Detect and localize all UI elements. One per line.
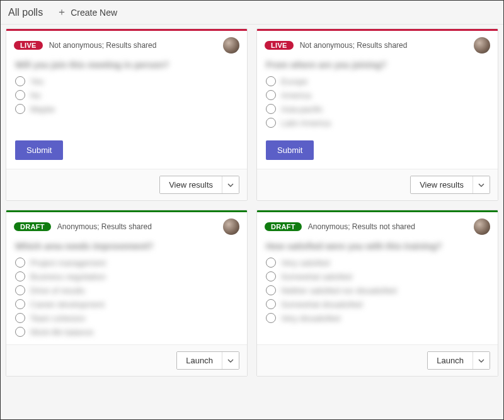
radio-icon[interactable] [15, 76, 25, 86]
poll-option[interactable]: Europe [266, 76, 489, 86]
poll-option[interactable]: No [15, 90, 238, 100]
footer-dropdown-button[interactable] [222, 176, 239, 193]
option-label: Yes [30, 77, 43, 86]
submit-button[interactable]: Submit [15, 140, 63, 160]
poll-options: YesNoMaybe [15, 76, 238, 114]
radio-icon[interactable] [15, 258, 25, 268]
card-footer: View results [6, 169, 247, 200]
radio-icon[interactable] [266, 285, 276, 295]
option-label: No [30, 91, 41, 100]
plus-icon: ＋ [57, 6, 67, 19]
poll-option[interactable]: Asia-pacific [266, 104, 489, 114]
launch-button[interactable]: Launch [177, 352, 222, 369]
option-label: Maybe [30, 105, 55, 114]
poll-meta-text: Not anonymous; Results shared [49, 41, 157, 50]
option-label: America [281, 91, 311, 100]
radio-icon[interactable] [266, 76, 276, 86]
poll-option[interactable]: Maybe [15, 104, 238, 114]
chevron-down-icon [478, 358, 484, 364]
create-new-button[interactable]: ＋ Create New [54, 4, 120, 20]
card-status-row: DRAFT Anonymous; Results shared [6, 212, 247, 237]
create-new-label: Create New [71, 8, 117, 18]
poll-card: LIVE Not anonymous; Results shared Will … [6, 28, 248, 201]
option-label: Work-life balance [30, 327, 93, 337]
card-body: From where are you joining? EuropeAmeric… [257, 56, 498, 135]
radio-icon[interactable] [15, 104, 25, 114]
submit-row: Submit [257, 135, 498, 169]
radio-icon[interactable] [266, 313, 276, 323]
status-badge: DRAFT [14, 222, 51, 231]
poll-card: LIVE Not anonymous; Results shared From … [256, 28, 498, 201]
submit-button[interactable]: Submit [266, 140, 314, 160]
poll-option[interactable]: Work-life balance [15, 327, 238, 337]
launch-button[interactable]: Launch [428, 352, 473, 369]
footer-dropdown-button[interactable] [473, 352, 490, 369]
option-label: Business negotiation [30, 272, 106, 281]
footer-split-button[interactable]: Launch [176, 351, 239, 370]
footer-split-button[interactable]: View results [159, 176, 239, 194]
option-label: Very satisfied [281, 258, 329, 268]
option-label: Team cohesion [30, 314, 85, 323]
option-label: Drive of results [30, 286, 85, 295]
option-label: Neither satisfied nor dissatisfied [281, 286, 397, 295]
radio-icon[interactable] [266, 258, 276, 268]
radio-icon[interactable] [15, 271, 25, 281]
card-status-row: LIVE Not anonymous; Results shared [6, 31, 247, 56]
poll-options: Project managementBusiness negotiationDr… [15, 258, 238, 337]
view-results-button[interactable]: View results [160, 176, 222, 193]
card-body: How satisfied were you with this trainin… [257, 237, 498, 344]
poll-options: EuropeAmericaAsia-pacificLatin America [266, 76, 489, 128]
radio-icon[interactable] [266, 299, 276, 309]
footer-split-button[interactable]: Launch [427, 351, 490, 370]
radio-icon[interactable] [15, 299, 25, 309]
chevron-down-icon [227, 182, 234, 188]
poll-meta-text: Not anonymous; Results shared [300, 41, 408, 50]
poll-option[interactable]: Neither satisfied nor dissatisfied [266, 285, 489, 295]
footer-dropdown-button[interactable] [473, 176, 490, 193]
poll-question: From where are you joining? [266, 60, 489, 70]
poll-option[interactable]: Team cohesion [15, 313, 238, 323]
poll-option[interactable]: Drive of results [15, 285, 238, 295]
poll-option[interactable]: Business negotiation [15, 271, 238, 281]
radio-icon[interactable] [15, 90, 25, 100]
footer-dropdown-button[interactable] [222, 352, 239, 369]
radio-icon[interactable] [266, 271, 276, 281]
option-label: Project management [30, 258, 106, 268]
avatar [474, 37, 490, 54]
status-badge: DRAFT [265, 222, 302, 231]
card-body: Will you join this meeting in person? Ye… [6, 56, 247, 135]
card-body: Which area needs improvement? Project ma… [6, 237, 247, 344]
poll-options: Very satisfiedSomewhat satisfiedNeither … [266, 258, 489, 323]
submit-row: Submit [6, 135, 247, 169]
avatar [223, 37, 239, 54]
radio-icon[interactable] [15, 313, 25, 323]
poll-option[interactable]: Career development [15, 299, 238, 309]
radio-icon[interactable] [15, 327, 25, 337]
option-label: Somewhat dissatisfied [281, 300, 362, 309]
chevron-down-icon [478, 182, 484, 188]
poll-option[interactable]: Somewhat satisfied [266, 271, 489, 281]
poll-meta-text: Anonymous; Results shared [57, 222, 152, 231]
poll-question: How satisfied were you with this trainin… [266, 241, 489, 251]
card-status-row: DRAFT Anonymous; Results not shared [257, 212, 498, 237]
poll-option[interactable]: Very dissatisfied [266, 313, 489, 323]
poll-question: Which area needs improvement? [15, 241, 238, 251]
poll-option[interactable]: Very satisfied [266, 258, 489, 268]
radio-icon[interactable] [266, 104, 276, 114]
footer-split-button[interactable]: View results [410, 176, 490, 194]
poll-option[interactable]: America [266, 90, 489, 100]
option-label: Very dissatisfied [281, 314, 340, 323]
option-label: Europe [281, 77, 307, 86]
radio-icon[interactable] [266, 90, 276, 100]
view-results-button[interactable]: View results [411, 176, 473, 193]
card-footer: Launch [6, 344, 247, 376]
poll-option[interactable]: Yes [15, 76, 238, 86]
option-label: Latin America [281, 118, 331, 128]
radio-icon[interactable] [15, 285, 25, 295]
avatar [474, 219, 490, 235]
radio-icon[interactable] [266, 118, 276, 128]
card-footer: View results [257, 169, 498, 200]
poll-option[interactable]: Somewhat dissatisfied [266, 299, 489, 309]
poll-option[interactable]: Project management [15, 258, 238, 268]
poll-option[interactable]: Latin America [266, 118, 489, 128]
